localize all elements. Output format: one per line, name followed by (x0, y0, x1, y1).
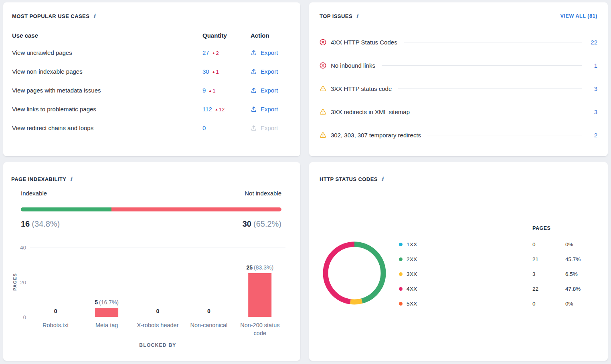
category-label: Non-200 status code (234, 322, 286, 337)
warning-icon (320, 132, 326, 139)
leader-line (404, 42, 582, 42)
info-icon[interactable]: i (356, 13, 358, 19)
issue-count[interactable]: 22 (589, 39, 597, 46)
issue-row[interactable]: 4XX HTTP Status Codes 22 (320, 30, 597, 54)
error-icon (320, 62, 326, 69)
table-header: Use case Quantity Action (12, 30, 291, 41)
issue-row[interactable]: 302, 303, 307 temporary redirects 2 (320, 123, 597, 147)
warning-icon (320, 109, 326, 115)
error-icon (320, 39, 326, 46)
bar-value-label: 5(16.7%) (95, 299, 119, 306)
bar-value-label: 0 (156, 308, 160, 314)
use-case-label: View uncrawled pages (12, 49, 202, 56)
bar-value-label: 0 (207, 308, 210, 314)
legend-dot-3xx (399, 272, 403, 276)
bar-value-label: 25(83.3%) (247, 264, 274, 271)
legend-label: 2XX (407, 256, 417, 262)
y-axis-title: PAGES (12, 273, 17, 291)
category-label: Robots.txt (30, 322, 82, 330)
increase-arrow-icon: ▲ (212, 51, 215, 55)
info-icon[interactable]: i (381, 176, 383, 182)
bar-meta-tag[interactable] (95, 308, 118, 317)
indexability-stacked-bar[interactable] (21, 207, 281, 211)
y-tick: 40 (20, 244, 26, 250)
issue-row[interactable]: 3XX HTTP status code 3 (320, 77, 597, 100)
use-case-label: View non-indexable pages (12, 68, 202, 75)
leader-line (382, 65, 582, 66)
issue-row[interactable]: 3XX redirects in XML sitemap 3 (320, 100, 597, 123)
percent-value: 47.8% (565, 286, 597, 292)
quantity-link[interactable]: 112 (202, 106, 212, 113)
pages-value: 21 (532, 256, 565, 262)
quantity-link[interactable]: 30 (202, 68, 209, 75)
quantity-delta: ▲2 (212, 50, 219, 56)
x-axis-title: BLOCKED BY (30, 342, 285, 348)
quantity-link[interactable]: 27 (202, 49, 209, 56)
issue-count[interactable]: 2 (589, 132, 597, 139)
issue-count[interactable]: 1 (589, 62, 597, 69)
panel-title: PAGE INDEXABILITY (11, 176, 66, 182)
issue-count[interactable]: 3 (589, 85, 597, 92)
upload-icon (251, 125, 257, 131)
not-indexable-label: Not indexable (245, 190, 281, 197)
pages-value: 22 (532, 286, 565, 292)
legend-dot-2xx (399, 257, 403, 261)
status-codes-donut-chart[interactable] (322, 241, 386, 305)
top-issues-panel: TOP ISSUES i VIEW ALL (81) 4XX HTTP Stat… (309, 2, 608, 156)
panel-title: HTTP STATUS CODES (320, 176, 378, 182)
column-header-quantity: Quantity (202, 32, 251, 39)
indexable-label: Indexable (21, 190, 47, 197)
column-header-use-case: Use case (12, 32, 202, 39)
upload-icon (251, 87, 257, 94)
table-row: View non-indexable pages 30▲1 Export (12, 62, 291, 81)
issue-label: 3XX HTTP status code (331, 85, 392, 92)
bar-column: 0 Robots.txt (30, 247, 81, 317)
use-cases-table: Use case Quantity Action View uncrawled … (12, 30, 291, 137)
leader-line (398, 88, 582, 89)
info-icon[interactable]: i (70, 176, 72, 182)
legend-label: 1XX (407, 241, 417, 247)
y-tick: 20 (20, 279, 26, 285)
pages-column-header: PAGES (532, 225, 565, 231)
bar-non-200-status-code[interactable] (248, 273, 271, 317)
quantity-delta: ▲1 (212, 69, 219, 75)
indexability-bar-indexable[interactable] (21, 207, 111, 211)
quantity-delta: ▲1 (208, 88, 215, 94)
issue-count[interactable]: 3 (589, 109, 597, 115)
bar-column: 0 X-robots header (132, 247, 183, 317)
legend-dot-4xx (399, 287, 403, 291)
http-status-codes-panel: HTTP STATUS CODES i PAGES 1XX 0 0% 2XX 2… (309, 162, 608, 361)
issue-row[interactable]: No inbound links 1 (320, 54, 597, 77)
bar-value-label: 0 (54, 308, 57, 314)
export-button[interactable]: Export (251, 106, 291, 113)
view-all-link[interactable]: VIEW ALL (81) (560, 13, 597, 19)
percent-value: 0% (565, 301, 597, 307)
legend-label: 3XX (407, 271, 417, 277)
quantity-link[interactable]: 9 (202, 87, 206, 94)
table-row: View uncrawled pages 27▲2 Export (12, 43, 291, 62)
legend-row: 3XX 3 6.5% (399, 267, 597, 282)
legend-row: 1XX 0 0% (399, 237, 597, 252)
legend-row: 2XX 21 45.7% (399, 252, 597, 267)
legend-label: 5XX (407, 301, 417, 307)
export-button[interactable]: Export (251, 87, 291, 94)
column-header-action: Action (251, 32, 291, 39)
table-row: View redirect chains and loops 0▲ Export (12, 119, 291, 137)
use-case-label: View links to problematic pages (12, 106, 202, 113)
export-button[interactable]: Export (251, 49, 291, 56)
export-button[interactable]: Export (251, 68, 291, 75)
use-case-label: View redirect chains and loops (12, 125, 202, 131)
info-icon[interactable]: i (93, 13, 95, 19)
blocked-by-bar-chart: PAGES 40 20 0 0 Robots.txt 5(16.7%) Meta… (11, 247, 292, 355)
bar-column: 25(83.3%) Non-200 status code (235, 247, 285, 317)
category-label: X-robots header (132, 322, 184, 330)
leader-line (427, 135, 582, 135)
warning-icon (320, 85, 326, 92)
table-row: View links to problematic pages 112▲12 E… (12, 100, 291, 119)
legend-row: 4XX 22 47.8% (399, 282, 597, 296)
increase-arrow-icon: ▲ (208, 89, 212, 93)
quantity-link[interactable]: 0 (202, 125, 206, 131)
y-tick: 0 (23, 314, 26, 320)
bar-column: 5(16.7%) Meta tag (81, 247, 132, 317)
legend-table-header: PAGES (399, 225, 597, 237)
